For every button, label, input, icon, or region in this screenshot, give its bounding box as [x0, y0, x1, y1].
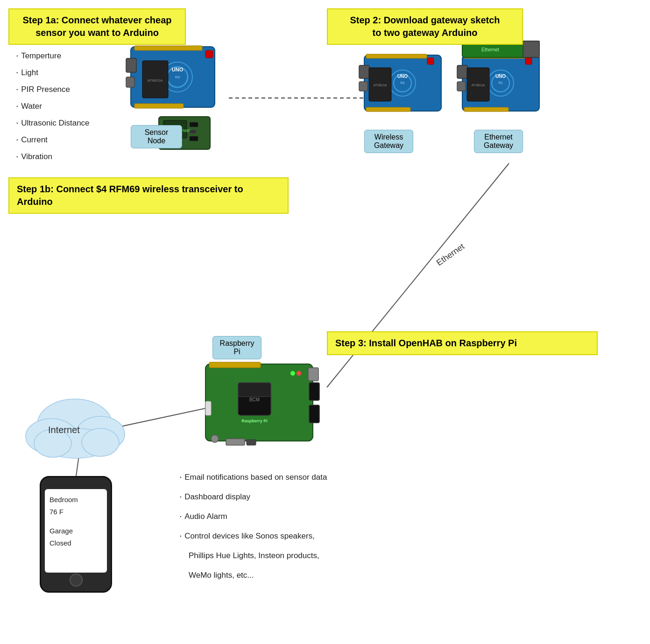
- svg-point-62: [297, 371, 301, 376]
- svg-rect-15: [205, 50, 213, 58]
- svg-rect-28: [366, 107, 410, 112]
- svg-point-61: [211, 435, 219, 442]
- feature-item-control: Control devices like Sonos speakers,: [177, 525, 327, 545]
- svg-rect-25: [359, 65, 369, 78]
- svg-text:ATMEGA: ATMEGA: [373, 84, 387, 87]
- svg-text:BCM: BCM: [249, 397, 260, 402]
- svg-text:Ethernet: Ethernet: [481, 47, 499, 52]
- svg-rect-46: [467, 68, 489, 101]
- phone-line5: Closed: [49, 537, 102, 549]
- svg-text:UNO: UNO: [172, 67, 184, 72]
- ethernet-gateway-label: Ethernet Gateway: [474, 130, 523, 153]
- raspberry-pi-label: Raspberry Pi: [212, 336, 261, 359]
- main-page: Ethernet UNO R3 ATMEGA RFM69: [0, 0, 650, 644]
- sensor-item-current: Current: [14, 131, 90, 147]
- svg-text:ATMEGA: ATMEGA: [147, 78, 163, 83]
- sensor-item-temperature: Temperture: [14, 47, 90, 63]
- svg-rect-24: [364, 55, 441, 111]
- feature-list: Email notifications based on sensor data…: [177, 467, 327, 584]
- svg-point-41: [488, 70, 514, 96]
- svg-rect-56: [226, 439, 245, 445]
- feature-item-audio: Audio Alarm: [177, 506, 327, 525]
- sensor-item-pir: PIR Presence: [14, 80, 90, 97]
- svg-rect-54: [309, 405, 319, 423]
- svg-rect-53: [309, 383, 319, 400]
- svg-marker-1: [364, 93, 377, 103]
- svg-rect-38: [457, 82, 466, 91]
- phone-line2: 76 F: [49, 506, 102, 518]
- svg-rect-26: [359, 82, 367, 91]
- svg-rect-36: [462, 55, 539, 111]
- svg-rect-7: [126, 58, 136, 72]
- svg-text:R3: R3: [499, 81, 503, 84]
- phone-line4: Garage: [49, 525, 102, 537]
- svg-point-68: [76, 416, 125, 452]
- svg-rect-57: [205, 401, 211, 415]
- svg-rect-16: [142, 61, 168, 98]
- svg-text:UNO: UNO: [495, 74, 506, 79]
- sensor-item-water: Water: [14, 97, 90, 114]
- svg-point-42: [492, 74, 509, 92]
- svg-point-71: [82, 428, 119, 456]
- feature-item-control-2: Phillips Hue Lights, Insteon products,: [177, 545, 327, 565]
- svg-rect-60: [238, 383, 271, 397]
- internet-label: Internet: [48, 425, 80, 435]
- svg-rect-45: [525, 58, 532, 64]
- svg-rect-37: [457, 65, 467, 78]
- svg-rect-6: [131, 47, 215, 107]
- svg-rect-27: [366, 54, 427, 58]
- phone: Bedroom 76 F Garage Closed: [40, 476, 112, 593]
- phone-home-button: [70, 574, 83, 587]
- svg-text:Ethernet: Ethernet: [435, 242, 466, 267]
- svg-rect-23: [190, 136, 198, 141]
- svg-rect-33: [427, 58, 434, 64]
- svg-rect-40: [464, 107, 509, 112]
- phone-line1: Bedroom: [49, 494, 102, 506]
- step1b-box: Step 1b: Connect $4 RFM69 wireless trans…: [8, 177, 289, 214]
- svg-rect-8: [126, 77, 134, 87]
- sensor-item-light: Light: [14, 63, 90, 80]
- sensor-list: Temperture Light PIR Presence Water Ultr…: [14, 47, 90, 164]
- sensor-item-ultrasonic: Ultrasonic Distance: [14, 114, 90, 131]
- svg-rect-39: [464, 54, 525, 58]
- svg-rect-21: [190, 122, 198, 127]
- svg-text:UNO: UNO: [397, 74, 408, 79]
- phone-screen: Bedroom 76 F Garage Closed: [45, 489, 107, 573]
- svg-point-29: [389, 70, 416, 96]
- svg-rect-9: [134, 46, 202, 50]
- svg-rect-22: [190, 130, 196, 133]
- svg-rect-10: [134, 104, 184, 108]
- step1a-box: Step 1a: Connect whatever cheap sensor y…: [8, 8, 186, 45]
- svg-rect-58: [238, 383, 271, 415]
- svg-text:R3: R3: [401, 81, 405, 84]
- svg-point-12: [167, 67, 188, 87]
- svg-point-11: [162, 62, 192, 92]
- svg-text:Raspberry Pi: Raspberry Pi: [241, 419, 268, 423]
- svg-rect-34: [369, 68, 391, 101]
- svg-point-30: [394, 74, 411, 92]
- svg-rect-64: [247, 440, 256, 445]
- svg-text:ATMEGA: ATMEGA: [471, 84, 485, 87]
- svg-rect-49: [523, 41, 539, 57]
- sensor-item-vibration: Vibration: [14, 147, 90, 164]
- svg-point-67: [26, 419, 77, 454]
- svg-line-5: [76, 453, 79, 476]
- sensor-node-label: Sensor Node: [131, 125, 182, 148]
- wireless-gateway-label: Wireless Gateway: [364, 130, 413, 153]
- step3-box: Step 3: Install OpenHAB on Raspberry Pi: [327, 331, 598, 355]
- feature-item-email: Email notifications based on sensor data: [177, 467, 327, 486]
- feature-item-dashboard: Dashboard display: [177, 486, 327, 506]
- svg-rect-55: [308, 368, 318, 381]
- svg-text:R3: R3: [175, 75, 180, 79]
- step2-box: Step 2: Download gateway sketch to two g…: [327, 8, 523, 45]
- svg-rect-51: [205, 364, 313, 441]
- feature-item-control-3: WeMo lights, etc...: [177, 565, 327, 584]
- svg-rect-52: [209, 362, 261, 368]
- svg-point-63: [290, 371, 295, 376]
- svg-line-4: [107, 401, 238, 429]
